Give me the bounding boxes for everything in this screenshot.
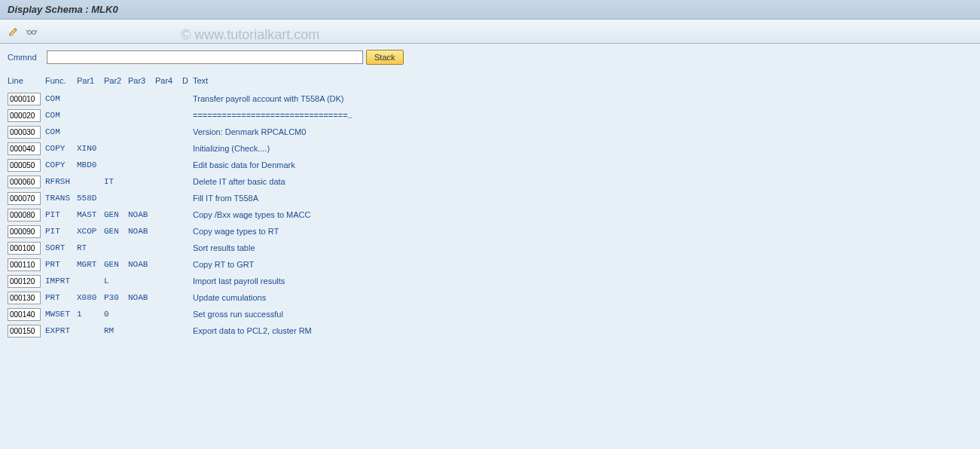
header-d: D — [182, 76, 193, 85]
cell-text[interactable]: Initializing (Check....) — [193, 144, 972, 153]
cell-func[interactable]: COM — [45, 94, 77, 103]
cell-func[interactable]: PRT — [45, 260, 77, 269]
svg-line-3 — [26, 30, 28, 32]
cell-text[interactable]: Fill IT from T558A — [193, 194, 972, 203]
cell-par2[interactable]: GEN — [104, 260, 128, 269]
header-par2: Par2 — [104, 76, 128, 85]
line-number-input[interactable] — [8, 258, 41, 271]
header-par3: Par3 — [128, 76, 155, 85]
line-number-input[interactable] — [8, 325, 41, 338]
table-row: SORTRTSort results table — [8, 240, 972, 256]
cell-par2[interactable]: IT — [104, 177, 128, 186]
cell-par1[interactable]: MAST — [77, 210, 104, 219]
line-number-input[interactable] — [8, 142, 41, 155]
table-row: COPYXIN0Initializing (Check....) — [8, 140, 972, 157]
header-par1: Par1 — [77, 76, 104, 85]
line-number-input[interactable] — [8, 126, 41, 139]
cell-func[interactable]: COPY — [45, 160, 77, 170]
cell-par3[interactable]: NOAB — [128, 210, 155, 219]
line-number-input[interactable] — [8, 192, 41, 205]
line-number-input[interactable] — [8, 225, 41, 238]
cell-par1[interactable]: MGRT — [77, 260, 104, 269]
header-func: Func. — [45, 76, 77, 85]
cell-func[interactable]: COM — [45, 111, 77, 120]
stack-button[interactable]: Stack — [366, 50, 404, 65]
cell-func[interactable]: MWSET — [45, 310, 77, 319]
line-number-input[interactable] — [8, 176, 41, 188]
svg-line-4 — [36, 30, 38, 32]
cell-func[interactable]: PRT — [45, 293, 77, 302]
edit-icon[interactable] — [6, 24, 21, 39]
table-row: PRTX080P30NOABUpdate cumulations — [8, 289, 972, 306]
cell-par1[interactable]: X080 — [77, 293, 104, 302]
cell-func[interactable]: SORT — [45, 243, 77, 252]
content-area: Cmmnd Stack Line Func. Par1 Par2 Par3 Pa… — [0, 44, 980, 345]
line-number-input[interactable] — [8, 209, 41, 221]
toolbar — [0, 20, 980, 44]
header-text: Text — [193, 76, 972, 85]
cell-text[interactable]: Copy RT to GRT — [193, 260, 972, 269]
cell-func[interactable]: TRANS — [45, 194, 77, 203]
table-row: COMTransfer payroll account with T558A (… — [8, 90, 972, 107]
cell-par2[interactable]: RM — [104, 326, 128, 335]
cell-text[interactable]: Set gross run successful — [193, 310, 972, 319]
command-row: Cmmnd Stack — [8, 50, 972, 65]
table-row: PITXCOPGENNOABCopy wage types to RT — [8, 223, 972, 240]
page-title: Display Schema : MLK0 — [8, 4, 118, 15]
cell-par1[interactable]: 1 — [77, 310, 104, 319]
cell-text[interactable]: Update cumulations — [193, 293, 972, 302]
cell-text[interactable]: Import last payroll results — [193, 276, 972, 286]
cell-par2[interactable]: L — [104, 276, 128, 286]
cell-par3[interactable]: NOAB — [128, 227, 155, 236]
command-label: Cmmnd — [8, 53, 44, 62]
header-par4: Par4 — [155, 76, 182, 85]
cell-text[interactable]: Delete IT after basic data — [193, 177, 972, 186]
cell-par1[interactable]: XIN0 — [77, 144, 104, 153]
cell-text[interactable]: ================================.. — [193, 111, 972, 120]
line-number-input[interactable] — [8, 93, 41, 105]
table-row: COMVersion: Denmark RPCALCM0 — [8, 124, 972, 140]
cell-func[interactable]: RFRSH — [45, 177, 77, 186]
cell-text[interactable]: Transfer payroll account with T558A (DK) — [193, 94, 972, 103]
cell-text[interactable]: Sort results table — [193, 243, 972, 252]
cell-text[interactable]: Version: Denmark RPCALCM0 — [193, 127, 972, 136]
table-row: COPYMBD0Edit basic data for Denmark — [8, 157, 972, 173]
table-row: MWSET10Set gross run successful — [8, 306, 972, 322]
table-row: PITMASTGENNOABCopy /Bxx wage types to MA… — [8, 206, 972, 223]
cell-par2[interactable]: 0 — [104, 310, 128, 319]
table-row: PRTMGRTGENNOABCopy RT to GRT — [8, 256, 972, 273]
cell-func[interactable]: PIT — [45, 210, 77, 219]
cell-func[interactable]: IMPRT — [45, 276, 77, 286]
title-bar: Display Schema : MLK0 — [0, 0, 980, 20]
line-number-input[interactable] — [8, 292, 41, 304]
cell-func[interactable]: PIT — [45, 227, 77, 236]
table-body: COMTransfer payroll account with T558A (… — [8, 90, 972, 339]
cell-func[interactable]: COPY — [45, 144, 77, 153]
svg-point-0 — [28, 30, 32, 34]
cell-text[interactable]: Export data to PCL2, cluster RM — [193, 326, 972, 335]
cell-par1[interactable]: XCOP — [77, 227, 104, 236]
cell-par1[interactable]: 558D — [77, 194, 104, 203]
line-number-input[interactable] — [8, 275, 41, 288]
cell-func[interactable]: COM — [45, 127, 77, 136]
line-number-input[interactable] — [8, 308, 41, 321]
cell-text[interactable]: Copy wage types to RT — [193, 227, 972, 236]
cell-par1[interactable]: MBD0 — [77, 160, 104, 170]
svg-point-1 — [32, 30, 36, 34]
table-row: RFRSHITDelete IT after basic data — [8, 173, 972, 190]
cell-par2[interactable]: GEN — [104, 227, 128, 236]
cell-text[interactable]: Copy /Bxx wage types to MACC — [193, 210, 972, 219]
line-number-input[interactable] — [8, 242, 41, 255]
cell-par1[interactable]: RT — [77, 243, 104, 252]
cell-par3[interactable]: NOAB — [128, 260, 155, 269]
command-input[interactable] — [47, 50, 363, 64]
line-number-input[interactable] — [8, 109, 41, 122]
line-number-input[interactable] — [8, 159, 41, 172]
cell-text[interactable]: Edit basic data for Denmark — [193, 160, 972, 170]
cell-par2[interactable]: P30 — [104, 293, 128, 302]
cell-par3[interactable]: NOAB — [128, 293, 155, 302]
cell-func[interactable]: EXPRT — [45, 326, 77, 335]
glasses-icon[interactable] — [24, 24, 39, 39]
header-line: Line — [8, 76, 45, 85]
cell-par2[interactable]: GEN — [104, 210, 128, 219]
